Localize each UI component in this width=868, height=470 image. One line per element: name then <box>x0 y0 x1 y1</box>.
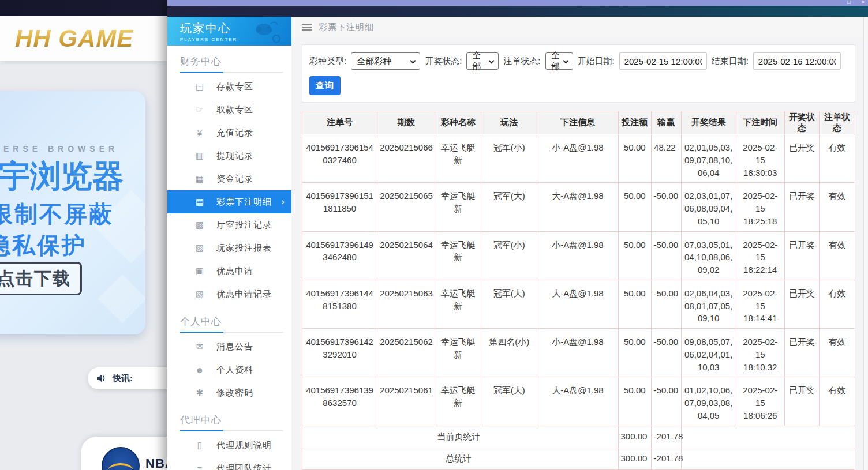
menu-toggle-icon[interactable] <box>302 24 312 25</box>
table-cell: 20250215066 <box>377 134 435 183</box>
lottery-type-value: 全部彩种 <box>357 56 391 67</box>
table-cell: 幸运飞艇新 <box>435 280 481 328</box>
summary-label: 当前页统计 <box>302 426 619 448</box>
hh-game-logo: HH GAME <box>15 25 133 52</box>
sidebar-item[interactable]: ▣优惠申请 <box>167 260 291 283</box>
draw-status-label: 开奖状态: <box>425 56 462 67</box>
browser-ad-banner[interactable]: ERSE BROWSER 宇浏览器 限制不屏蔽 隐私保护 点击下载 <box>0 91 145 334</box>
nba-team-logo <box>102 447 140 470</box>
sidebar-item-label: 优惠申请 <box>216 266 253 277</box>
column-header: 注单号 <box>302 111 377 134</box>
maximize-icon[interactable]: □ <box>847 0 851 5</box>
column-header: 下注信息 <box>537 111 618 134</box>
close-icon[interactable]: × <box>861 0 865 5</box>
table-cell: 大-A盘@1.98 <box>537 377 618 426</box>
sidebar-item-label: 修改密码 <box>216 388 253 398</box>
sidebar-item[interactable]: ✉消息公告 <box>167 335 291 358</box>
sidebar-item-label: 提现记录 <box>216 151 253 161</box>
sidebar-item[interactable]: ▯代理规则说明 <box>167 434 291 457</box>
table-cell: 2025-02-15 18:22:14 <box>736 231 784 280</box>
table-cell: -50.00 <box>651 377 681 426</box>
table-cell: 20250215065 <box>377 183 435 231</box>
table-cell: 第四名(小) <box>481 329 537 377</box>
ad-decoration <box>98 275 145 324</box>
table-cell: 已开奖 <box>784 183 819 231</box>
announcement-bell-icon: ✉ <box>193 341 206 352</box>
sidebar-item[interactable]: ▩厅室投注记录 <box>167 213 291 236</box>
scrollbar[interactable] <box>863 17 868 470</box>
player-bet-report-icon: ▨ <box>193 243 206 253</box>
end-date-input[interactable] <box>753 52 841 70</box>
section-divider <box>180 332 283 333</box>
sidebar-item[interactable]: ▥提现记录 <box>167 144 291 167</box>
table-cell: 401569173961448151380 <box>302 280 377 328</box>
table-cell: -50.00 <box>651 280 681 328</box>
table-cell: 2025-02-15 18:30:03 <box>736 134 784 183</box>
table-header-row: 注单号期数彩种名称玩法下注信息投注额输赢开奖结果下注时间开奖状态注单状态 <box>302 111 855 134</box>
table-cell: 50.00 <box>618 329 651 377</box>
promo-apply-record-icon: ▧ <box>193 289 206 299</box>
hall-bet-record-icon: ▩ <box>193 220 206 230</box>
order-status-select[interactable]: 全部 <box>545 52 573 70</box>
table-cell: -50.00 <box>651 231 681 280</box>
column-header: 输赢 <box>651 111 681 134</box>
table-cell: 401569173961493462480 <box>302 231 377 280</box>
table-cell: 401569173961511811850 <box>302 183 377 231</box>
table-cell: 48.22 <box>651 134 681 183</box>
table-cell: 幸运飞艇新 <box>435 134 481 183</box>
lottery-type-select[interactable]: 全部彩种 <box>351 52 420 70</box>
table-cell: 有效 <box>819 134 855 183</box>
table-cell: -50.00 <box>651 183 681 231</box>
chevron-down-icon <box>489 58 495 64</box>
draw-status-select[interactable]: 全部 <box>466 52 499 70</box>
column-header: 玩法 <box>481 111 537 134</box>
agent-rules-doc-icon: ▯ <box>193 440 206 450</box>
table-row: 40156917396144815138020250215063幸运飞艇新冠军(… <box>302 280 855 328</box>
table-cell: 幸运飞艇新 <box>435 231 481 280</box>
sidebar-item[interactable]: ▦资金记录 <box>167 167 291 190</box>
column-header: 开奖结果 <box>681 111 736 134</box>
recharge-record-icon: ¥ <box>193 128 206 138</box>
table-cell: 有效 <box>819 183 855 231</box>
table-cell: 大-A盘@1.98 <box>537 280 618 328</box>
table-cell: 50.00 <box>618 231 651 280</box>
search-button[interactable]: 查询 <box>309 76 341 95</box>
sidebar-sections: 财务中心▤存款专区☞取款专区¥充值记录▥提现记录▦资金记录▤彩票下注明细›▩厅室… <box>167 55 291 470</box>
ticker-label: 快讯: <box>113 373 133 384</box>
table-cell: 冠军(小) <box>481 231 537 280</box>
sidebar-section-title: 财务中心 <box>180 55 291 68</box>
summary-empty <box>681 448 855 469</box>
sidebar-item[interactable]: ¥充值记录 <box>167 121 291 144</box>
table-cell: 07,03,05,01,04,10,08,06,09,02 <box>681 231 736 280</box>
table-cell: 01,02,10,06,07,09,03,08,04,05 <box>681 377 736 426</box>
ad-download-button[interactable]: 点击下载 <box>0 262 82 295</box>
sidebar-header: 玩家中心 PLAYERS CENTER <box>167 17 291 46</box>
player-center-window: □ × 玩家中心 PLAYERS CENTER 财务中心▤存款专区☞取款专区¥充… <box>167 0 868 470</box>
sidebar-item-label: 玩家投注报表 <box>216 243 272 254</box>
sidebar-item[interactable]: ▧优惠申请记录 <box>167 283 291 306</box>
sidebar-item[interactable]: ▤存款专区 <box>167 75 291 98</box>
window-header-strip <box>167 6 868 17</box>
sidebar-item-label: 个人资料 <box>216 364 253 375</box>
table-cell: 02,03,01,07,06,08,09,04,05,10 <box>681 183 736 231</box>
table-cell: 2025-02-15 18:06:26 <box>736 377 784 426</box>
column-header: 投注额 <box>618 111 651 134</box>
sidebar-item[interactable]: ▤彩票下注明细› <box>167 190 291 213</box>
table-cell: 09,08,05,07,06,02,04,01,10,03 <box>681 329 736 377</box>
summary-empty <box>681 426 855 448</box>
sidebar-item[interactable]: ✱修改密码 <box>167 381 291 404</box>
sidebar-item[interactable]: ☻个人资料 <box>167 358 291 381</box>
sidebar-item[interactable]: ▨玩家投注报表 <box>167 236 291 260</box>
sidebar-item[interactable]: ≡代理团队统计 <box>167 457 291 470</box>
table-cell: 已开奖 <box>784 280 819 328</box>
ad-tagline: ERSE BROWSER <box>3 144 118 153</box>
summary-winloss-total: -201.78 <box>651 448 681 469</box>
bet-table: 注单号期数彩种名称玩法下注信息投注额输赢开奖结果下注时间开奖状态注单状态 401… <box>302 111 855 470</box>
table-cell: 幸运飞艇新 <box>435 183 481 231</box>
table-cell: 已开奖 <box>784 231 819 280</box>
table-row: 40156917396151181185020250215065幸运飞艇新冠军(… <box>302 183 855 231</box>
section-divider <box>180 72 283 73</box>
sidebar-item[interactable]: ☞取款专区 <box>167 98 291 121</box>
start-date-input[interactable] <box>619 52 707 70</box>
chevron-right-icon: › <box>281 196 285 208</box>
